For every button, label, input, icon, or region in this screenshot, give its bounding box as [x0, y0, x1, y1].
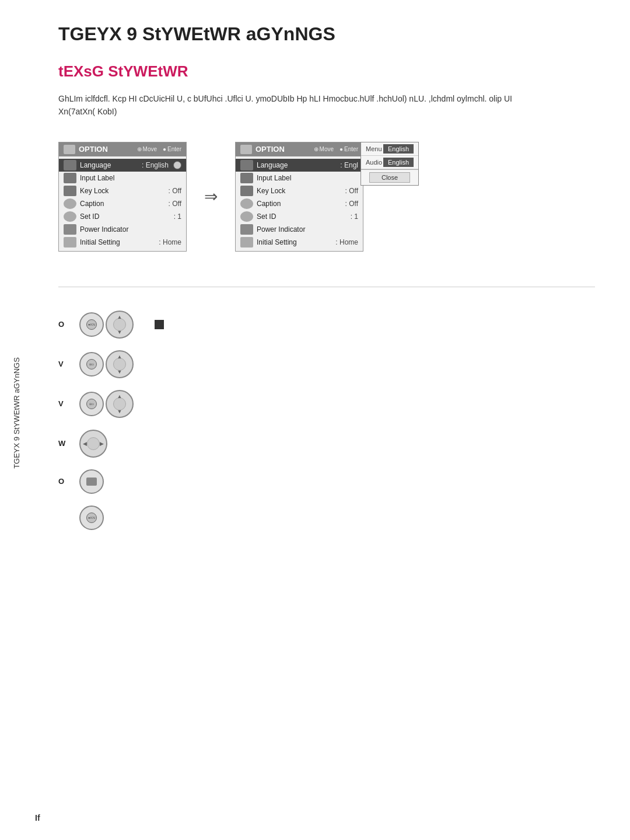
btn-group-3: ⊞⊙ ▲ ▼	[79, 390, 134, 418]
button-label-2: V	[58, 360, 70, 368]
left-keylock-row: Key Lock : Off	[59, 184, 186, 197]
nav-up-2: ▲	[117, 354, 123, 360]
page-title: TGEYX 9 StYWEtWR aGYnNGS	[58, 23, 595, 45]
description-text: GhLIm iclfdcfl. Kcp HI cDcUicHil U, c bU…	[58, 92, 525, 118]
button-row-5: O	[58, 469, 164, 494]
page-number: If	[35, 813, 40, 822]
left-keylock-icon	[64, 186, 76, 196]
right-keylock-icon	[240, 186, 253, 196]
right-menu-with-popup: OPTION ⊕ Move ● Enter Language : Engl	[235, 142, 419, 252]
left-keylock-value: : Off	[169, 187, 181, 195]
side-text: TGEYX 9 StYWEtWR aGYnNGS	[12, 357, 21, 469]
left-menu-controls: ⊕ Move ● Enter	[137, 146, 181, 152]
nav-down-1: ▼	[117, 329, 123, 335]
nav-ring-3[interactable]: ▲ ▼	[106, 390, 134, 418]
right-keylock-row: Key Lock : Off	[236, 184, 363, 197]
right-keylock-value: : Off	[345, 187, 358, 195]
left-initial-row: Initial Setting : Home	[59, 236, 186, 249]
left-lang-row: Language : English	[59, 159, 186, 172]
left-setid-icon	[64, 211, 76, 222]
button-row-4: W ◀ ▶	[58, 430, 164, 458]
popup-close-area: Close	[361, 169, 418, 185]
right-input-label-row: Input Label	[236, 172, 363, 184]
button-label-4: W	[58, 439, 70, 448]
btn-circle-5[interactable]	[79, 469, 104, 494]
right-keylock-label: Key Lock	[257, 187, 343, 195]
nav-center-4	[87, 437, 100, 450]
right-move-control: ⊕ Move	[314, 146, 334, 152]
right-power-icon	[240, 224, 253, 235]
right-setid-label: Set ID	[257, 212, 348, 221]
right-option-menu: OPTION ⊕ Move ● Enter Language : Engl	[235, 142, 363, 252]
left-menu-rows: Language : English Input Label Key Lock …	[59, 156, 186, 251]
btn-circle-3a[interactable]: ⊞⊙	[79, 392, 104, 416]
left-power-icon	[64, 224, 76, 235]
language-dropdown-popup: Menu English Audio English Close	[360, 142, 419, 186]
left-caption-value: : Off	[169, 200, 181, 208]
left-caption-label: Caption	[80, 200, 166, 208]
nav-down-2: ▼	[117, 369, 123, 375]
right-setid-value: : 1	[351, 212, 358, 221]
left-lang-label: Language	[80, 161, 139, 169]
right-setid-row: Set ID : 1	[236, 210, 363, 223]
right-lang-icon	[240, 160, 253, 170]
right-menu-title: OPTION	[256, 145, 285, 154]
section-title: tEXsG StYWEtWR	[58, 62, 595, 81]
right-initial-icon	[240, 237, 253, 248]
button-label-5: O	[58, 477, 70, 486]
right-menu-header: OPTION ⊕ Move ● Enter	[236, 142, 363, 156]
buttons-column: O ●KN ▲ ▼ V	[58, 311, 164, 530]
right-enter-control: ● Enter	[340, 146, 358, 152]
left-setid-label: Set ID	[80, 212, 172, 221]
nav-up-3: ▲	[117, 393, 123, 399]
button-row-3: V ⊞⊙ ▲ ▼	[58, 390, 164, 418]
right-lang-value: : Engl	[340, 161, 358, 169]
right-caption-row: Caption : Off	[236, 197, 363, 210]
left-initial-label: Initial Setting	[80, 238, 156, 246]
diagram-area: OPTION ⊕ Move ● Enter Language : English	[58, 142, 595, 252]
left-keylock-label: Key Lock	[80, 187, 166, 195]
right-lang-label: Language	[257, 161, 338, 169]
nav-ring-1[interactable]: ▲ ▼	[106, 311, 134, 339]
button-label-1: O	[58, 320, 70, 329]
btn-circle-6[interactable]: ●KN	[79, 506, 104, 530]
right-menu-rows: Language : Engl Input Label Key Lock : O…	[236, 156, 363, 251]
btn-circle-1a[interactable]: ●KN	[79, 312, 104, 337]
popup-close-button[interactable]: Close	[369, 172, 410, 183]
nav-right-4: ▶	[100, 441, 104, 447]
btn-circle-2a[interactable]: ⊞⊙	[79, 352, 104, 377]
left-caption-row: Caption : Off	[59, 197, 186, 210]
nav-ring-4[interactable]: ◀ ▶	[79, 430, 107, 458]
right-menu-controls: ⊕ Move ● Enter	[314, 146, 358, 152]
left-input-label-row: Input Label	[59, 172, 186, 184]
btn-inner-3a: ⊞⊙	[86, 399, 97, 409]
left-power-label: Power Indicator	[80, 225, 181, 233]
left-option-menu: OPTION ⊕ Move ● Enter Language : English	[58, 142, 187, 252]
btn-group-1: ●KN ▲ ▼	[79, 311, 134, 339]
left-initial-icon	[64, 237, 76, 248]
btn-inner-1a: ●KN	[86, 319, 97, 330]
button-row-1: O ●KN ▲ ▼	[58, 311, 164, 339]
nav-ring-2[interactable]: ▲ ▼	[106, 350, 134, 378]
left-menu-header: OPTION ⊕ Move ● Enter	[59, 142, 186, 156]
right-lang-row: Language : Engl	[236, 159, 363, 172]
popup-menu-value: English	[383, 144, 414, 154]
left-lang-value: : English	[142, 161, 169, 169]
left-setid-row: Set ID : 1	[59, 210, 186, 223]
arrow-icon: ⇒	[204, 187, 218, 206]
left-input-label: Input Label	[80, 174, 181, 182]
nav-up-1: ▲	[117, 314, 123, 320]
btn-inner-6: ●KN	[86, 513, 97, 523]
right-setid-icon	[240, 211, 253, 222]
popup-audio-label: Audio	[366, 159, 383, 166]
button-row-6: ●KN	[58, 506, 164, 530]
popup-audio-row: Audio English	[361, 156, 418, 169]
button-row-2: V ⊞⊙ ▲ ▼	[58, 350, 164, 378]
right-caption-label: Caption	[257, 200, 343, 208]
buttons-section: O ●KN ▲ ▼ V	[58, 311, 595, 530]
popup-audio-value: English	[383, 158, 414, 167]
btn-inner-2a: ⊞⊙	[86, 359, 97, 370]
btn-inner-5	[86, 477, 97, 486]
left-initial-value: : Home	[159, 238, 181, 246]
left-caption-icon	[64, 198, 76, 209]
